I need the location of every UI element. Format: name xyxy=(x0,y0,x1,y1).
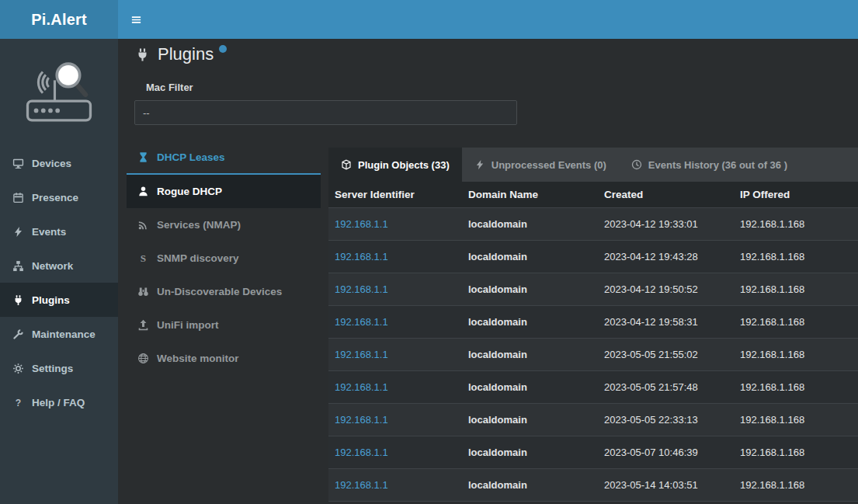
events-icon xyxy=(11,226,25,238)
sidebar-item-label: Events xyxy=(32,226,66,238)
tab-label: Unprocessed Events (0) xyxy=(492,159,606,171)
cell-server-identifier[interactable]: 192.168.1.1 xyxy=(328,283,462,295)
plug-icon xyxy=(135,47,150,62)
cell-domain-name: localdomain xyxy=(462,414,598,426)
cell-ip-offered: 192.168.1.168 xyxy=(734,251,858,262)
cell-domain-name: localdomain xyxy=(462,447,598,458)
plugin-item-label: SNMP discovery xyxy=(157,252,239,264)
table-row: 192.168.1.1localdomain2023-05-14 14:03:5… xyxy=(328,469,858,502)
menu-toggle-button[interactable] xyxy=(118,0,154,39)
network-icon xyxy=(11,260,25,272)
cell-domain-name: localdomain xyxy=(462,251,598,262)
cell-server-identifier[interactable]: 192.168.1.1 xyxy=(328,381,462,393)
sidebar-item-network[interactable]: Network xyxy=(0,249,118,283)
tab-events-history-36-out-of-36[interactable]: Events History (36 out of 36 ) xyxy=(619,148,800,182)
upload-icon xyxy=(136,319,150,331)
settings-icon xyxy=(11,363,25,374)
plugin-item-dhcp-leases[interactable]: DHCP Leases xyxy=(127,141,321,175)
sidebar-item-events[interactable]: Events xyxy=(0,214,118,249)
column-header-domain-name[interactable]: Domain Name xyxy=(462,189,598,200)
plugin-item-website-monitor[interactable]: Website monitor xyxy=(127,342,321,375)
cell-server-identifier[interactable]: 192.168.1.1 xyxy=(328,349,462,360)
cell-server-identifier[interactable]: 192.168.1.1 xyxy=(328,251,462,262)
plugin-item-un-discoverable-devices[interactable]: Un-Discoverable Devices xyxy=(127,275,321,308)
table-row: 192.168.1.1localdomain2023-05-05 22:33:1… xyxy=(328,404,858,436)
plugin-item-label: Un-Discoverable Devices xyxy=(157,286,282,297)
sidebar-item-plugins[interactable]: Plugins xyxy=(0,283,118,317)
sidebar-item-label: Presence xyxy=(32,192,78,203)
column-header-ip-offered[interactable]: IP Offered xyxy=(734,189,858,200)
table-row: 192.168.1.1localdomain2023-04-12 19:50:5… xyxy=(328,273,858,306)
cell-ip-offered: 192.168.1.168 xyxy=(734,349,858,360)
plugin-item-label: Website monitor xyxy=(157,353,239,364)
table-row: 192.168.1.1localdomain2023-04-12 19:58:3… xyxy=(328,306,858,339)
sidebar-item-maintenance[interactable]: Maintenance xyxy=(0,317,118,351)
cell-created: 2023-04-12 19:33:01 xyxy=(598,218,734,230)
router-magnifier-logo xyxy=(16,57,102,128)
cell-ip-offered: 192.168.1.168 xyxy=(734,283,858,295)
main-content: Plugins Mac Filter DHCP LeasesRogue DHCP… xyxy=(118,39,858,504)
plugin-objects-table: Server IdentifierDomain NameCreatedIP Of… xyxy=(328,182,858,502)
plugin-item-label: UniFi import xyxy=(157,319,219,331)
table-header: Server IdentifierDomain NameCreatedIP Of… xyxy=(328,182,858,208)
mac-filter-input[interactable] xyxy=(134,100,517,125)
sidebar-item-label: Plugins xyxy=(32,294,70,306)
table-body: 192.168.1.1localdomain2023-04-12 19:33:0… xyxy=(328,208,858,502)
cell-ip-offered: 192.168.1.168 xyxy=(734,447,858,458)
sidebar-item-label: Devices xyxy=(32,158,71,169)
cell-server-identifier[interactable]: 192.168.1.1 xyxy=(328,414,462,426)
cell-server-identifier[interactable]: 192.168.1.1 xyxy=(328,479,462,491)
cell-ip-offered: 192.168.1.168 xyxy=(734,316,858,328)
help-icon: ? xyxy=(11,397,25,408)
cell-ip-offered: 192.168.1.168 xyxy=(734,414,858,426)
binoculars-icon xyxy=(136,286,150,297)
sidebar-item-label: Settings xyxy=(32,363,73,374)
sidebar-item-presence[interactable]: Presence xyxy=(0,180,118,214)
sidebar-item-devices[interactable]: Devices xyxy=(0,146,118,180)
cell-created: 2023-04-12 19:58:31 xyxy=(598,316,734,328)
tab-bar: Plugin Objects (33)Unprocessed Events (0… xyxy=(328,148,858,182)
plugin-item-services-nmap[interactable]: Services (NMAP) xyxy=(127,208,321,242)
page-header: Plugins xyxy=(135,43,227,66)
sidebar-nav: DevicesPresenceEventsNetworkPluginsMaint… xyxy=(0,146,118,419)
maintenance-icon xyxy=(11,328,25,340)
sidebar-item-help-faq[interactable]: ?Help / FAQ xyxy=(0,385,118,419)
sidebar: DevicesPresenceEventsNetworkPluginsMaint… xyxy=(0,39,118,504)
plugin-item-snmp-discovery[interactable]: SSNMP discovery xyxy=(127,242,321,275)
plugin-item-rogue-dhcp[interactable]: Rogue DHCP xyxy=(127,175,321,208)
cell-server-identifier[interactable]: 192.168.1.1 xyxy=(328,316,462,328)
column-header-created[interactable]: Created xyxy=(598,189,734,200)
cell-created: 2023-05-05 21:55:02 xyxy=(598,349,734,360)
table-row: 192.168.1.1localdomain2023-05-05 21:55:0… xyxy=(328,339,858,371)
tab-plugin-objects-33[interactable]: Plugin Objects (33) xyxy=(328,148,462,182)
signal-icon xyxy=(136,219,150,231)
plugin-item-unifi-import[interactable]: UniFi import xyxy=(127,308,321,342)
cell-domain-name: localdomain xyxy=(462,381,598,393)
topbar: Pi.Alert xyxy=(0,0,858,39)
plugin-item-label: DHCP Leases xyxy=(157,151,225,163)
brand-logo[interactable]: Pi.Alert xyxy=(0,0,118,39)
cell-domain-name: localdomain xyxy=(462,218,598,230)
cell-server-identifier[interactable]: 192.168.1.1 xyxy=(328,447,462,458)
bolt-icon xyxy=(474,159,485,170)
cell-created: 2023-05-05 22:33:13 xyxy=(598,414,734,426)
tab-label: Plugin Objects (33) xyxy=(358,159,450,171)
plugin-item-label: Rogue DHCP xyxy=(157,186,222,197)
cell-created: 2023-05-05 21:57:48 xyxy=(598,381,734,393)
cell-server-identifier[interactable]: 192.168.1.1 xyxy=(328,218,462,230)
svg-text:S: S xyxy=(140,252,145,264)
plugin-list: DHCP LeasesRogue DHCPServices (NMAP)SSNM… xyxy=(127,141,321,375)
cell-ip-offered: 192.168.1.168 xyxy=(734,381,858,393)
devices-icon xyxy=(11,158,25,169)
user-icon xyxy=(136,186,150,197)
tab-unprocessed-events-0[interactable]: Unprocessed Events (0) xyxy=(462,148,619,182)
table-row: 192.168.1.1localdomain2023-04-12 19:43:2… xyxy=(328,241,858,273)
info-badge[interactable] xyxy=(219,45,227,53)
column-header-server-identifier[interactable]: Server Identifier xyxy=(328,189,462,200)
cell-created: 2023-05-14 14:03:51 xyxy=(598,479,734,491)
sidebar-item-settings[interactable]: Settings xyxy=(0,351,118,385)
cell-ip-offered: 192.168.1.168 xyxy=(734,479,858,491)
page-title: Plugins xyxy=(158,43,214,66)
presence-icon xyxy=(11,192,25,203)
table-row: 192.168.1.1localdomain2023-05-07 10:46:3… xyxy=(328,436,858,469)
